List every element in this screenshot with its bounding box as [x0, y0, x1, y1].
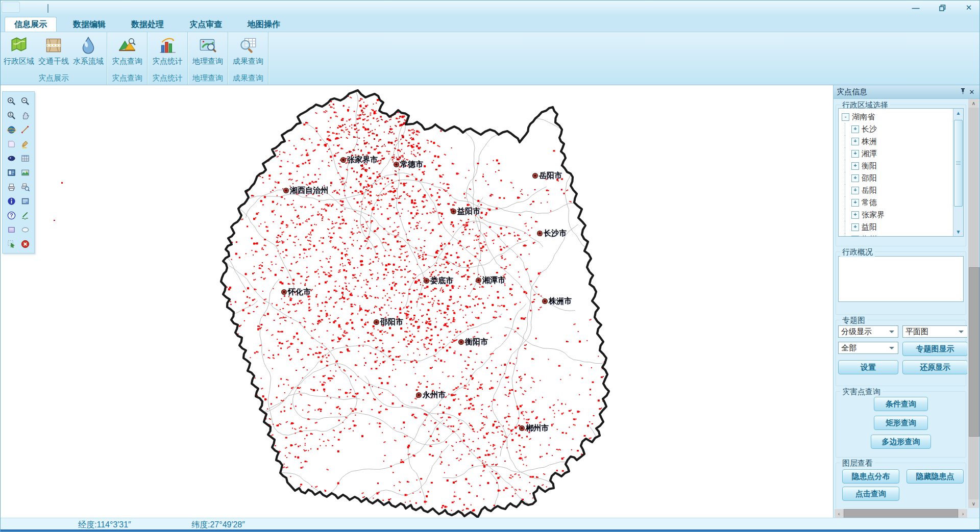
scroll-down-icon[interactable]: ∨: [968, 499, 979, 508]
ribbon-button-disaster-query[interactable]: 灾点查询: [108, 33, 146, 72]
expand-icon[interactable]: +: [851, 125, 859, 133]
expand-icon[interactable]: +: [851, 211, 859, 219]
tool-zoom-in-icon[interactable]: [5, 94, 18, 108]
tool-image-view-icon[interactable]: [18, 165, 32, 180]
scroll-thumb[interactable]: [844, 509, 958, 518]
tab-disaster-review[interactable]: 灾点审查: [180, 17, 231, 32]
click-query-button[interactable]: 点击查询: [842, 487, 899, 501]
tool-globe-icon[interactable]: [5, 122, 18, 137]
grade-display-select[interactable]: 分级显示: [838, 325, 898, 338]
expand-icon[interactable]: +: [851, 162, 859, 170]
tool-select-arrow-icon[interactable]: [5, 237, 18, 251]
tree-item[interactable]: +株洲: [842, 135, 963, 147]
admin-region-icon: [9, 36, 29, 55]
condition-query-button[interactable]: 条件查询: [874, 397, 928, 411]
scroll-thumb[interactable]: [954, 120, 963, 207]
tool-rect-box-icon[interactable]: [5, 222, 18, 237]
ribbon-button-traffic-line[interactable]: 交通干线: [36, 33, 71, 72]
hide-hazard-button[interactable]: 隐藏隐患点: [906, 469, 964, 484]
panel-close-icon[interactable]: ✕: [967, 88, 976, 96]
overview-textarea[interactable]: [838, 256, 964, 302]
tree-root[interactable]: - 湖南省: [842, 111, 963, 123]
tree-item[interactable]: +张家界: [842, 209, 963, 221]
tool-print-icon[interactable]: [5, 180, 18, 194]
close-button[interactable]: ✕: [963, 2, 974, 13]
tool-pan-hand-icon[interactable]: [18, 108, 32, 122]
tool-zoom-out-icon[interactable]: [18, 94, 32, 108]
tool-window-view-icon[interactable]: [18, 194, 32, 208]
ribbon-button-water-system[interactable]: 水系流域: [71, 33, 106, 72]
group-caption-disaster-display: 灾点展示: [2, 72, 106, 85]
collapse-icon[interactable]: -: [842, 113, 849, 121]
quick-access-toolbar[interactable]: [2, 2, 20, 13]
settings-button[interactable]: 设置: [838, 360, 898, 374]
scroll-right-icon[interactable]: ›: [959, 509, 967, 518]
panel-title: 灾点信息: [837, 87, 958, 97]
scroll-thumb[interactable]: [969, 267, 979, 437]
thematic-display-button[interactable]: 专题图显示: [902, 342, 967, 356]
minimize-button[interactable]: —: [910, 2, 921, 13]
tool-help-icon[interactable]: ?: [5, 208, 18, 222]
scroll-up-icon[interactable]: ∧: [968, 99, 979, 108]
layer-view-label: 图层查看: [840, 459, 875, 468]
region-tree[interactable]: - 湖南省 +长沙 +株洲 +湘潭 +衡阳 +邵阳 +岳阳 +常德 +张家界 +…: [838, 108, 964, 237]
expand-icon[interactable]: +: [851, 138, 859, 145]
all-select[interactable]: 全部: [838, 342, 898, 354]
tab-map-operation[interactable]: 地图操作: [238, 17, 289, 32]
ribbon-button-geo-query[interactable]: 地理查询: [189, 33, 227, 72]
expand-icon[interactable]: +: [851, 150, 859, 158]
tab-info-display[interactable]: 信息展示: [5, 17, 57, 32]
tool-sketch-pen-icon[interactable]: [18, 208, 32, 222]
tool-delete-icon[interactable]: [18, 237, 32, 251]
pin-icon[interactable]: [958, 88, 967, 96]
longitude-readout: 经度:114°3′31″: [78, 520, 131, 530]
tool-print-preview-icon[interactable]: [18, 180, 32, 194]
tree-item[interactable]: +长沙: [842, 123, 963, 135]
plan-view-select[interactable]: 平面图: [902, 325, 967, 338]
tool-eye-icon[interactable]: [5, 151, 18, 165]
tree-item[interactable]: +岳阳: [842, 184, 963, 196]
panel-vertical-scrollbar[interactable]: ∧ ∨: [968, 99, 979, 508]
tool-zoom-extent-icon[interactable]: ±: [5, 108, 18, 122]
tree-item[interactable]: +常德: [842, 196, 963, 209]
scroll-up-icon[interactable]: ▲: [953, 109, 963, 117]
tool-attribute-table-icon[interactable]: [18, 151, 32, 165]
tool-measure-icon[interactable]: [18, 122, 32, 137]
tree-item[interactable]: +益阳: [842, 221, 963, 233]
tree-item[interactable]: +郴州: [842, 233, 963, 237]
overview-label: 行政概况: [840, 247, 875, 257]
tab-data-edit[interactable]: 数据编辑: [64, 17, 115, 32]
ribbon-button-admin-region[interactable]: 行政区域: [2, 33, 36, 72]
tree-item[interactable]: +衡阳: [842, 160, 963, 172]
maximize-button[interactable]: [937, 2, 948, 13]
tool-layout-window-icon[interactable]: [5, 165, 18, 180]
layer-view-groupbox: 图层查看 隐患点分布 隐藏隐患点 点击查询: [836, 463, 966, 508]
tool-info-icon[interactable]: [5, 194, 18, 208]
ribbon-button-disaster-stats[interactable]: 灾点统计: [149, 33, 186, 72]
expand-icon[interactable]: +: [851, 199, 859, 207]
water-drop-icon: [79, 36, 98, 55]
geo-query-icon: [198, 36, 217, 55]
map-canvas[interactable]: [1, 85, 834, 519]
tool-brush-icon[interactable]: [18, 137, 32, 151]
scroll-down-icon[interactable]: ▼: [953, 227, 963, 236]
tree-item[interactable]: +邵阳: [842, 172, 963, 184]
panel-horizontal-scrollbar[interactable]: ‹ ›: [835, 509, 967, 518]
hazard-distribution-button[interactable]: 隐患点分布: [842, 469, 899, 484]
tool-ellipse-icon[interactable]: [18, 222, 32, 237]
map-canvas-area[interactable]: 张家界市常德市岳阳市湘西自治州益阳市长沙市娄底市湘潭市株洲市怀化市邵阳市衡阳市永…: [1, 85, 834, 519]
expand-icon[interactable]: +: [851, 187, 859, 194]
rect-query-button[interactable]: 矩形查询: [874, 416, 928, 430]
restore-display-button[interactable]: 还原显示: [902, 360, 967, 374]
polygon-query-button[interactable]: 多边形查询: [871, 435, 931, 449]
scroll-left-icon[interactable]: ‹: [835, 509, 843, 518]
tree-item[interactable]: +湘潭: [842, 147, 963, 160]
tree-scrollbar[interactable]: ▲ ▼: [953, 109, 963, 236]
statusbar-accent: [1, 529, 979, 531]
expand-icon[interactable]: +: [851, 223, 859, 231]
expand-icon[interactable]: +: [851, 236, 859, 237]
tab-data-process[interactable]: 数据处理: [122, 17, 173, 32]
tool-shape-page-icon[interactable]: [5, 137, 18, 151]
ribbon-button-result-query[interactable]: 成果查询: [229, 33, 267, 72]
expand-icon[interactable]: +: [851, 174, 859, 182]
